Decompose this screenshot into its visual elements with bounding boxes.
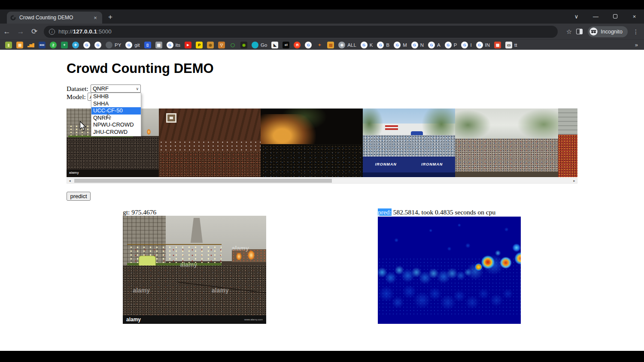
bookmark-favicon: []: [144, 42, 151, 48]
bookmark-item-21[interactable]: ◣: [271, 42, 278, 48]
bookmark-item-1[interactable]: ▣: [16, 42, 23, 48]
carousel-image-red-crowd-partial[interactable]: [558, 109, 577, 177]
bookmark-item-31[interactable]: GN: [411, 42, 424, 48]
bookmark-item-35[interactable]: GIN: [476, 42, 490, 48]
bookmark-item-15[interactable]: P: [196, 42, 203, 48]
scroll-right-arrow-icon[interactable]: ▸: [571, 178, 577, 183]
bookmark-favicon: G: [83, 42, 90, 48]
bookmark-item-10[interactable]: Ggit: [125, 42, 140, 48]
minimize-button[interactable]: —: [586, 13, 605, 20]
dropdown-option-ucc-cf-50[interactable]: UCC-CF-50: [91, 107, 141, 115]
bookmark-favicon: 2: [50, 42, 57, 48]
bookmark-item-2[interactable]: ▂▅▇: [27, 42, 34, 48]
bookmark-item-36[interactable]: ▤: [494, 42, 501, 48]
alamy-footer-bar: alamy www.alamy.com: [123, 315, 266, 324]
dropdown-option-jhu-crowd[interactable]: JHU-CROWD: [91, 129, 141, 136]
browser-tab[interactable]: Crowd Counting DEMO ×: [7, 12, 102, 24]
bookmark-favicon: ◯: [229, 42, 236, 48]
bookmark-item-14[interactable]: ▶: [185, 42, 191, 48]
reload-button[interactable]: ⟳: [27, 27, 41, 36]
tab-favicon-spinner-icon: [10, 15, 16, 21]
url-bar[interactable]: i http://127.0.0.1:5000: [44, 26, 558, 38]
carousel-image-park-crowd[interactable]: [455, 109, 558, 177]
bookmark-star-icon[interactable]: ☆: [566, 28, 572, 36]
bookmark-item-18[interactable]: ◯: [229, 42, 236, 48]
bookmark-item-16[interactable]: ◉: [207, 42, 214, 48]
alamy-watermark: alamy: [212, 287, 229, 294]
dataset-select[interactable]: QNRF ∨: [91, 84, 141, 93]
carousel-image-ironman-crowd[interactable]: IRONMANIRONMAN: [363, 109, 455, 177]
bookmarks-overflow-icon[interactable]: »: [635, 42, 644, 48]
bookmark-item-37[interactable]: ▭tt: [505, 42, 517, 48]
page-title: Crowd Counting DEMO: [67, 61, 214, 76]
browser-menu-icon[interactable]: ⋮: [633, 28, 639, 35]
incognito-badge: Incognito: [588, 26, 628, 37]
bookmark-label: tt: [514, 42, 517, 48]
bookmark-item-34[interactable]: GI: [461, 42, 471, 48]
bookmark-item-8[interactable]: G: [94, 42, 101, 48]
bookmark-favicon: [252, 42, 258, 48]
dropdown-option-shhb[interactable]: SHHB: [91, 93, 141, 100]
forward-button[interactable]: →: [14, 27, 27, 36]
url-text[interactable]: http://127.0.0.1:5000: [58, 28, 112, 35]
bookmark-item-22[interactable]: cl: [283, 42, 289, 48]
tab-title: Crowd Counting DEMO: [19, 15, 92, 21]
tab-search-chevron-icon[interactable]: ∨: [567, 13, 586, 20]
bookmark-item-30[interactable]: GM: [394, 42, 407, 48]
alamy-watermark: alamy: [180, 261, 197, 268]
bookmark-item-0[interactable]: ▮: [5, 42, 12, 48]
bookmark-item-9[interactable]: PY: [106, 42, 121, 48]
model-label: Model:: [67, 93, 86, 101]
bookmark-item-25[interactable]: ✦: [316, 42, 323, 48]
bookmark-item-7[interactable]: G: [83, 42, 90, 48]
bookmark-favicon: +: [61, 42, 68, 48]
dropdown-option-qnrf[interactable]: QNRF: [91, 115, 141, 122]
bookmark-item-4[interactable]: 2: [50, 42, 57, 48]
bookmark-item-24[interactable]: G: [305, 42, 312, 48]
carousel-scrollbar[interactable]: ◂ ▸: [67, 178, 577, 184]
bookmark-item-32[interactable]: GA: [428, 42, 440, 48]
site-info-icon[interactable]: i: [49, 29, 55, 35]
predict-button[interactable]: predict: [67, 192, 91, 201]
carousel-image-concert-crowd[interactable]: [261, 109, 363, 177]
bookmark-item-5[interactable]: +: [61, 42, 68, 48]
bookmark-item-33[interactable]: GP: [445, 42, 457, 48]
dropdown-option-shha[interactable]: SHHA: [91, 100, 141, 108]
bookmark-favicon: G: [167, 42, 173, 48]
side-panel-icon[interactable]: [576, 29, 583, 34]
close-window-button[interactable]: ×: [625, 13, 644, 20]
bookmark-item-6[interactable]: ✈: [72, 42, 79, 48]
bookmark-favicon: cl: [283, 42, 289, 48]
bookmark-item-28[interactable]: GK: [361, 42, 373, 48]
ironman-banner: IRONMANIRONMAN: [363, 157, 455, 172]
bookmark-item-23[interactable]: Я: [294, 42, 301, 48]
sample-image-carousel[interactable]: alamy IRONMANIRONMAN: [67, 109, 577, 177]
new-tab-button[interactable]: +: [108, 13, 112, 21]
alamy-watermark: alamy: [133, 287, 150, 294]
bookmark-item-3[interactable]: IEEE: [39, 42, 46, 48]
dropdown-option-npwu-crowd[interactable]: NPWU-CROWD: [91, 121, 141, 129]
scrollbar-thumb[interactable]: [74, 179, 332, 183]
maximize-button[interactable]: [605, 13, 625, 20]
bookmark-item-27[interactable]: ⊕ALL: [338, 42, 356, 48]
tab-close-icon[interactable]: ×: [92, 15, 99, 21]
bookmark-item-26[interactable]: ▨: [327, 42, 334, 48]
bookmark-label: K: [370, 42, 373, 48]
bookmark-favicon: ▽: [218, 42, 225, 48]
bookmark-item-12[interactable]: ▤: [155, 42, 162, 48]
bookmark-label: A: [437, 42, 440, 48]
bookmark-item-20[interactable]: Go: [252, 42, 267, 48]
browser-toolbar: ← → ⟳ i http://127.0.0.1:5000 ☆ Incognit…: [0, 24, 644, 39]
bookmark-favicon: G: [305, 42, 312, 48]
scroll-left-arrow-icon[interactable]: ◂: [67, 178, 73, 183]
bookmark-item-29[interactable]: GB: [377, 42, 389, 48]
bookmark-item-11[interactable]: []: [144, 42, 151, 48]
back-button[interactable]: ←: [0, 27, 14, 36]
bookmark-favicon: G: [394, 42, 401, 48]
bookmark-favicon: G: [125, 42, 132, 48]
bookmark-item-17[interactable]: ▽: [218, 42, 225, 48]
bookmark-item-13[interactable]: Gits: [167, 42, 181, 48]
bookmark-item-19[interactable]: ◉: [240, 42, 247, 48]
carousel-image-arena-crowd[interactable]: [159, 109, 261, 177]
window-controls: ∨ — ×: [567, 9, 644, 24]
